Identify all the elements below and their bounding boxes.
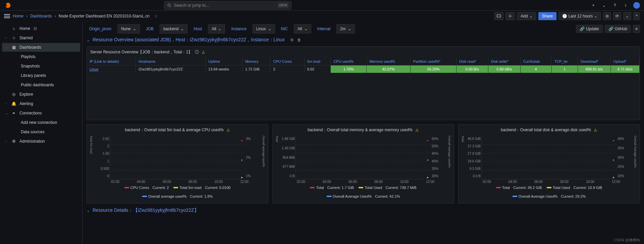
var-select-origin-prom[interactable]: None ⌄ <box>117 24 140 34</box>
plot-area[interactable] <box>296 136 431 179</box>
warning-icon[interactable]: ⚠ <box>415 128 419 133</box>
var-label-origin-prom: Origin_prom <box>87 25 114 33</box>
plus-icon[interactable]: + <box>590 2 596 8</box>
table-header[interactable]: Memory <box>243 58 270 65</box>
news-icon[interactable]: ⟟ <box>623 2 629 8</box>
sidebar-item-playlists[interactable]: Playlists <box>2 52 80 61</box>
table-header[interactable]: CurrEstab <box>520 58 551 65</box>
chevron-down-icon: ⌄ <box>87 38 90 42</box>
table-header[interactable]: Uptime <box>206 58 243 65</box>
breadcrumb-dashboards[interactable]: Dashboards <box>30 14 52 18</box>
table-header[interactable]: Memory used% <box>367 58 410 65</box>
legend-item[interactable]: Overall Average Used%Current: 29.2% <box>513 194 586 198</box>
table-header[interactable]: 5m load <box>304 58 330 65</box>
svg-rect-2 <box>497 15 501 17</box>
table-header[interactable]: TCP_tw <box>551 58 578 65</box>
warning-icon[interactable]: ⚠ <box>226 128 230 133</box>
table-cell: iZwz981yykyjfm6b7cyo22Z <box>136 65 206 73</box>
var-select-interval[interactable]: 2m ⌄ <box>336 24 355 34</box>
svg-point-3 <box>510 15 511 17</box>
sidebar-item-administration[interactable]: ›⚙ Administration <box>2 137 80 146</box>
collapse-icon[interactable]: ^ <box>633 12 640 20</box>
var-select-nic[interactable]: All ⌄ <box>294 24 311 34</box>
overview-table: IP (Link to details)HostnameUptimeMemory… <box>87 58 640 73</box>
legend-item[interactable]: Total 5m loadCurrent: 0.0100 <box>173 186 230 190</box>
legend-item[interactable]: Overall average used%Current: 1.8% <box>142 194 213 198</box>
legend-item[interactable]: TotalCurrent: 39.2 GiB <box>496 186 542 190</box>
time-picker[interactable]: 🕐 Last 12 hours ⌄ <box>558 12 601 20</box>
legend: TotalCurrent: 39.2 GiBTotal UsedCurrent:… <box>461 184 637 200</box>
table-cell[interactable]: Linux <box>87 65 136 73</box>
row-header-overview[interactable]: ⌄ Resource Overview (associated JOB)，Hos… <box>87 37 640 43</box>
sidebar-item-library-panels[interactable]: Library panels <box>2 71 80 80</box>
help-icon[interactable]: ? <box>612 2 618 8</box>
avatar[interactable] <box>633 2 640 9</box>
table-header[interactable]: Download* <box>578 58 610 65</box>
sidebar-item-dashboards[interactable]: ⌄▦ Dashboards <box>2 43 80 52</box>
bell-icon: 🔔 <box>11 101 16 106</box>
table-cell: 1 <box>551 65 578 73</box>
add-button[interactable]: Add ⌄ <box>517 12 536 20</box>
info-icon[interactable]: ⓘ <box>195 49 199 55</box>
share-button[interactable]: Share <box>538 12 556 20</box>
breadcrumb-home[interactable]: Home <box>13 14 23 18</box>
plot-area[interactable] <box>481 136 617 179</box>
menu-toggle[interactable] <box>4 14 10 18</box>
chart-title[interactable]: backend：Overall total memory & average m… <box>275 127 451 133</box>
refresh-interval[interactable]: ⌄ <box>623 12 631 20</box>
github-button[interactable]: 🔗 GitHub <box>605 25 631 33</box>
legend-item[interactable]: TotalCurrent: 1.7 GiB <box>310 186 354 190</box>
var-select-job[interactable]: backend ⌄ <box>160 24 187 34</box>
update-button[interactable]: 🔗 Update <box>576 25 603 33</box>
sidebar-item-data-sources[interactable]: Data sources <box>2 128 80 136</box>
table-header[interactable]: IP (Link to details) <box>87 58 136 65</box>
trash-icon[interactable]: 🗑 <box>297 38 301 42</box>
sidebar-item-explore[interactable]: ◎ Explore <box>2 90 80 99</box>
refresh-icon[interactable]: ⟳ <box>613 12 621 20</box>
chart-title[interactable]: backend：Overall total 5m load & average … <box>90 127 265 133</box>
sidebar-item-alerting[interactable]: ›🔔 Alerting <box>2 99 80 108</box>
sidebar-item-connections[interactable]: ⌄⚭ Connections <box>2 109 80 117</box>
plot-area[interactable] <box>110 136 245 179</box>
tv-icon[interactable] <box>494 12 503 20</box>
row-header-details[interactable]: ⌄ Resource Details：【iZwz981yykyjfm6b7cyo… <box>87 207 640 213</box>
warning-icon[interactable]: ⚠ <box>594 128 597 133</box>
gear-icon[interactable]: ⚙ <box>290 38 294 42</box>
plug-icon: ⚭ <box>11 111 16 115</box>
dock-icon[interactable]: ⊟ <box>34 26 37 31</box>
gear-icon[interactable] <box>505 12 515 20</box>
sidebar-item-starred[interactable]: ›☆ Starred <box>2 34 80 42</box>
sidebar-item-add-connection[interactable]: Add new connection <box>2 118 80 127</box>
sidebar-item-home[interactable]: ⌂ Home ⊟ <box>2 24 80 33</box>
star-icon[interactable]: ☆ <box>154 14 158 18</box>
table-header[interactable]: Disk write* <box>488 58 520 65</box>
table-header[interactable]: Partition used%* <box>410 58 456 65</box>
yaxis-right: 55%50%45%40%35%30% <box>431 136 448 179</box>
panel-title[interactable]: Server Resource Overview【JOB：backend，Tot… <box>87 47 640 58</box>
shield-icon: ⚙ <box>11 139 16 144</box>
table-header[interactable]: Upload* <box>610 58 639 65</box>
chevron-down-icon[interactable]: ⌄ <box>601 2 607 8</box>
table-cell: 808.91 b/s <box>578 65 610 73</box>
var-select-host[interactable]: All ⌄ <box>208 24 225 34</box>
table-header[interactable]: Disk read* <box>457 58 488 65</box>
chart-panel-2: backend：Overall total disk & average dis… <box>458 124 640 203</box>
global-search[interactable]: Search or jump to... ctrl+k <box>164 1 291 10</box>
more-icon[interactable]: ≡ <box>633 25 640 33</box>
legend-item[interactable]: Total UsedCurrent: 10.9 GiB <box>547 186 602 190</box>
var-label-instance: Instance <box>228 25 249 33</box>
table-header[interactable]: CPU Cores <box>270 58 304 65</box>
sidebar-item-snapshots[interactable]: Snapshots <box>2 62 80 70</box>
breadcrumb-current: Node Exporter Dashboard EN 20201010-Star… <box>59 14 150 18</box>
legend-item[interactable]: Overall Average Used%Current: 42.1% <box>327 194 400 198</box>
warning-icon[interactable]: ⚠ <box>202 50 205 55</box>
sidebar-item-public-dashboards[interactable]: Public dashboards <box>2 81 80 89</box>
var-select-instance[interactable]: Linux ⌄ <box>253 24 275 34</box>
table-header[interactable]: Hostname <box>136 58 206 65</box>
table-cell: 4 <box>520 65 551 73</box>
legend-item[interactable]: Total UsedCurrent: 738.7 MiB <box>359 186 416 190</box>
table-header[interactable]: CPU used% <box>331 58 367 65</box>
legend-item[interactable]: CPU CoresCurrent: 2 <box>124 186 169 190</box>
chart-title[interactable]: backend：Overall total disk & average dis… <box>461 127 637 133</box>
zoom-out-icon[interactable]: ⊖ <box>603 12 611 20</box>
